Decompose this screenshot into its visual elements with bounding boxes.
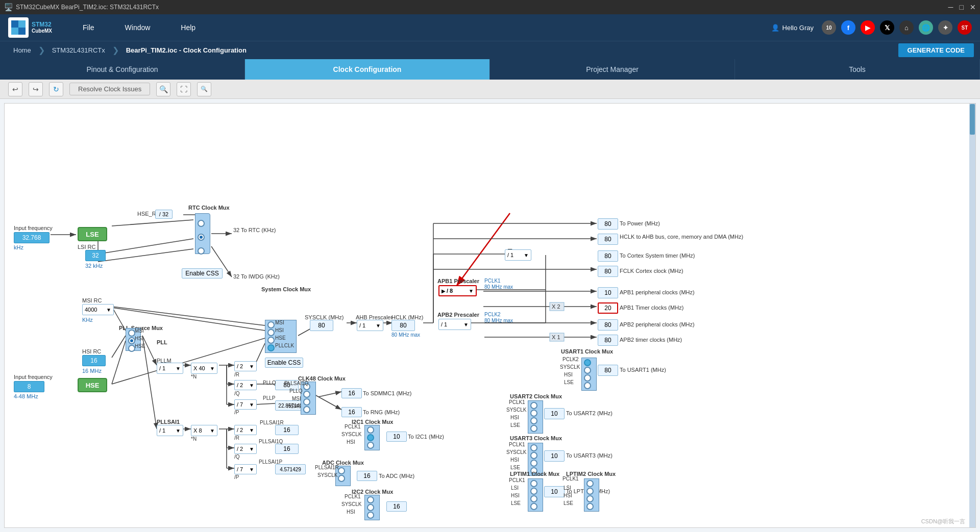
pll-n-dropdown[interactable]: X 40 ▼ xyxy=(191,363,217,374)
breadcrumb-device[interactable]: STM32L431RCTx xyxy=(45,44,112,56)
rtc-radio-1[interactable] xyxy=(198,220,205,227)
lse-block[interactable]: LSE xyxy=(78,227,107,241)
apb2-dropdown[interactable]: / 1 ▼ xyxy=(438,319,471,330)
usart1-radio-sysclk[interactable] xyxy=(584,367,591,374)
usart3-radio-hsi[interactable] xyxy=(530,460,537,467)
social-st[interactable]: ST xyxy=(958,20,972,35)
hsi-value[interactable]: 16 xyxy=(82,355,106,366)
pll-radio-hsi[interactable] xyxy=(128,337,135,344)
msi-dropdown[interactable]: 4000 4000 ▼ xyxy=(82,304,114,315)
tab-pinout[interactable]: Pinout & Configuration xyxy=(0,59,245,80)
usart1-radio-lse[interactable] xyxy=(584,382,591,389)
apb1-dropdown[interactable]: ▶ / 8 ▼ xyxy=(438,285,477,296)
pll-radio-hse[interactable] xyxy=(128,345,135,352)
lptim1-radio-lsi[interactable] xyxy=(530,488,537,495)
i2c2-radio-pclk1[interactable] xyxy=(367,496,374,503)
i2c1-radio-hsi[interactable] xyxy=(367,442,374,449)
social-network[interactable]: ✦ xyxy=(938,20,952,35)
generate-code-button[interactable]: GENERATE CODE xyxy=(898,43,974,57)
pllsai1-m-dropdown[interactable]: / 1 ▼ xyxy=(157,425,183,436)
social-youtube[interactable]: ▶ xyxy=(861,20,875,35)
menu-file[interactable]: File xyxy=(83,23,94,32)
social-x[interactable]: 𝕏 xyxy=(880,20,894,35)
usart3-radio-pclk1[interactable] xyxy=(530,444,537,451)
ahb-dropdown[interactable]: / 1 ▼ xyxy=(357,320,383,331)
pll-p-dropdown[interactable]: / 7 ▼ xyxy=(234,399,257,410)
pclk1-label: PCLK1 xyxy=(484,278,501,284)
i2c1-radio-pclk1[interactable] xyxy=(367,426,374,434)
tab-tools[interactable]: Tools xyxy=(735,59,980,80)
breadcrumb-current[interactable]: BearPi_TIM2.ioc - Clock Configuration xyxy=(119,44,254,56)
refresh-button[interactable]: ↻ xyxy=(49,82,63,96)
lptim1-radio-pclk1[interactable] xyxy=(530,480,537,487)
lptim2-lsi: LSI xyxy=(564,485,571,491)
sysclk-radio-pll[interactable] xyxy=(267,344,275,351)
enable-css2-btn[interactable]: Enable CSS xyxy=(265,358,303,368)
sysclk-radio-hsi[interactable] xyxy=(267,329,275,336)
enable-css-btn[interactable]: Enable CSS xyxy=(182,268,223,278)
hse-div32[interactable]: / 32 xyxy=(155,210,173,219)
menu-window[interactable]: Window xyxy=(125,23,151,32)
pll-q-dropdown[interactable]: / 2 ▼ xyxy=(234,380,257,390)
zoom-out-button[interactable]: 🔍 xyxy=(197,82,211,96)
expand-button[interactable]: ⛶ xyxy=(177,82,191,96)
pllm-dropdown[interactable]: / 1 ▼ xyxy=(157,363,183,374)
resolve-clock-button[interactable]: Resolve Clock Issues xyxy=(69,83,150,95)
usart2-radio-pclk1[interactable] xyxy=(530,402,537,409)
zoom-in-button[interactable]: 🔍 xyxy=(156,82,170,96)
hclk-value[interactable]: 80 xyxy=(391,320,415,331)
lptim2-radio-lse[interactable] xyxy=(586,503,594,510)
sysclk-radio-msi[interactable] xyxy=(267,321,275,328)
usart3-radio-sysclk[interactable] xyxy=(530,452,537,459)
clk48-radio-hsi48[interactable] xyxy=(303,406,310,413)
pllsai1-p-dropdown[interactable]: / 7 ▼ xyxy=(234,464,257,474)
menu-help[interactable]: Help xyxy=(181,23,195,32)
input-freq2-value[interactable]: 8 xyxy=(14,381,44,392)
usart2-radio-sysclk[interactable] xyxy=(530,410,537,417)
undo-button[interactable]: ↩ xyxy=(8,82,22,96)
tab-clock[interactable]: Clock Configuration xyxy=(245,59,490,80)
lptim1-radio-lse[interactable] xyxy=(530,503,537,510)
sysclk-value[interactable]: 80 xyxy=(310,320,333,331)
rtc-radio-3[interactable] xyxy=(198,247,205,255)
lptim2-radio-lsi[interactable] xyxy=(586,488,594,495)
pll-r-dropdown[interactable]: / 2 ▼ xyxy=(234,361,257,371)
lsi-value[interactable]: 32 xyxy=(85,250,106,261)
social-10[interactable]: 10 xyxy=(822,20,836,35)
maximize-btn[interactable]: □ xyxy=(960,3,964,11)
rtc-radio-2[interactable] xyxy=(198,234,205,241)
adc-radio-sysclk[interactable] xyxy=(338,475,345,482)
usart2-radio-lse[interactable] xyxy=(530,425,537,432)
social-globe[interactable]: 🌐 xyxy=(919,20,933,35)
adc-radio-pllsai1r[interactable] xyxy=(338,467,345,474)
lptim1-radio-hsi[interactable] xyxy=(530,495,537,502)
i2c1-radio-sysclk[interactable] xyxy=(367,434,374,441)
usart1-radio-pclk2[interactable] xyxy=(584,359,591,366)
div1-dropdown[interactable]: / 1 ▼ xyxy=(505,249,531,261)
minimize-btn[interactable]: ─ xyxy=(948,3,953,11)
msi-select[interactable]: 4000 xyxy=(104,306,113,313)
pllsai1-r-dropdown[interactable]: / 2 ▼ xyxy=(234,425,257,435)
social-github[interactable]: ⌂ xyxy=(899,20,914,35)
input-freq-value[interactable]: 32.768 xyxy=(14,232,50,243)
scrollbar[interactable] xyxy=(969,104,975,527)
close-btn[interactable]: ✕ xyxy=(970,3,976,11)
usart2-radio-hsi[interactable] xyxy=(530,417,537,424)
hse-block[interactable]: HSE xyxy=(78,378,107,392)
breadcrumb-home[interactable]: Home xyxy=(6,44,38,56)
i2c2-radio-hsi[interactable] xyxy=(367,512,374,519)
tab-project[interactable]: Project Manager xyxy=(490,59,735,80)
sysclk-radio-hse[interactable] xyxy=(267,337,275,344)
pllsai1-q-dropdown[interactable]: / 2 ▼ xyxy=(234,444,257,454)
redo-button[interactable]: ↪ xyxy=(29,82,43,96)
lptim2-radio-hsi[interactable] xyxy=(586,495,594,502)
clk48-radio-pllq[interactable] xyxy=(303,391,310,398)
pll-radio-msi[interactable] xyxy=(128,330,135,337)
pllsai1-n-dropdown[interactable]: X 8 ▼ xyxy=(191,425,217,436)
i2c2-radio-sysclk[interactable] xyxy=(367,504,374,511)
clk48-radio-msi[interactable] xyxy=(303,398,310,406)
lptim2-radio-pclk1[interactable] xyxy=(586,480,594,487)
scrollbar-thumb[interactable] xyxy=(970,104,975,135)
social-facebook[interactable]: f xyxy=(841,20,855,35)
usart1-radio-hsi[interactable] xyxy=(584,374,591,382)
